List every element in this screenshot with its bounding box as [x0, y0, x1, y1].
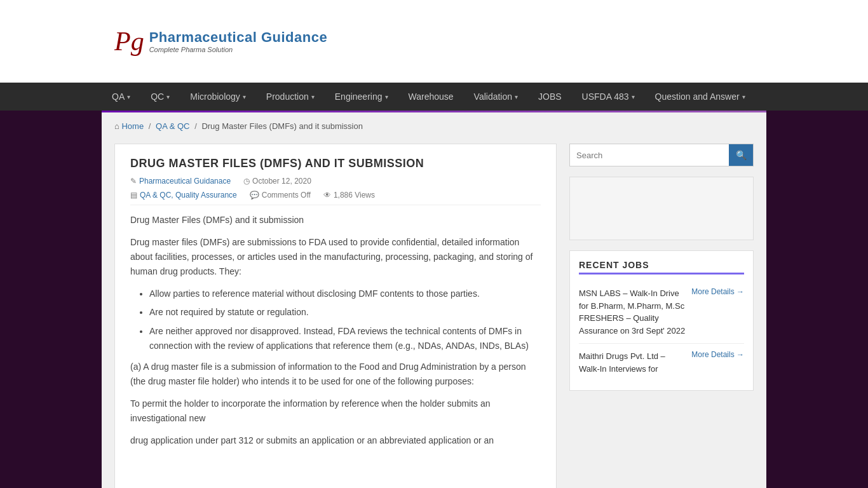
search-button[interactable]: 🔍: [729, 144, 753, 166]
article-date: October 12, 2020: [252, 177, 311, 186]
article: Drug Master Files (DMFs) and it submissi…: [114, 144, 557, 488]
logo-text: Pharmaceutical Guidance Complete Pharma …: [149, 29, 328, 53]
chevron-down-icon: ▾: [127, 93, 130, 100]
breadcrumb-home[interactable]: Home: [121, 121, 144, 131]
article-body: Drug Master Files (DMFs) and it submissi…: [130, 213, 541, 448]
logo: Pg Pharmaceutical Guidance Complete Phar…: [114, 28, 327, 55]
logo-subtitle: Complete Pharma Solution: [149, 46, 328, 53]
chevron-down-icon: ▾: [742, 93, 745, 100]
article-body-p3: To permit the holder to incorporate the …: [130, 396, 541, 426]
nav-item-warehouse[interactable]: Warehouse: [398, 83, 464, 111]
date-meta: ◷ October 12, 2020: [243, 177, 311, 186]
main-container: Drug Master Files (DMFs) and it submissi…: [102, 131, 766, 488]
job-more-link[interactable]: More Details →: [691, 287, 744, 296]
article-body-p2: (a) A drug master file is a submission o…: [130, 360, 541, 389]
views-count: 1,886 Views: [334, 191, 375, 200]
nav-item-qc[interactable]: QC ▾: [140, 83, 180, 111]
views-meta: 👁 1,886 Views: [323, 191, 375, 200]
comment-icon: 💬: [250, 191, 259, 200]
article-meta-2: ▤ QA & QC, Quality Assurance 💬 Comments …: [130, 191, 541, 200]
categories-link[interactable]: QA & QC, Quality Assurance: [140, 191, 237, 200]
search-input[interactable]: [570, 144, 729, 166]
nav-item-qa-answer[interactable]: Question and Answer ▾: [645, 83, 756, 111]
job-more-link[interactable]: More Details →: [691, 350, 744, 359]
article-title: Drug Master Files (DMFs) and it submissi…: [130, 157, 541, 170]
list-item: Allow parties to reference material with…: [149, 287, 541, 301]
list-item: Are not required by statute or regulatio…: [149, 305, 541, 320]
chevron-down-icon: ▾: [166, 93, 170, 100]
search-icon: 🔍: [736, 150, 747, 160]
job-item: Maithri Drugs Pvt. Ltd – Walk-In Intervi…: [579, 344, 744, 381]
logo-title: Pharmaceutical Guidance: [149, 29, 328, 46]
author-meta: ✎ Pharmaceutical Guidanace: [130, 177, 231, 186]
breadcrumb: Home / QA & QC / Drug Master Files (DMFs…: [102, 112, 766, 131]
chevron-down-icon: ▾: [311, 93, 315, 100]
chevron-down-icon: ▾: [515, 93, 518, 100]
sidebar: 🔍 Recent Jobs MSN LABS – Walk-In Drive f…: [569, 144, 754, 488]
chevron-down-icon: ▾: [632, 93, 635, 100]
article-intro: Drug Master Files (DMFs) and it submissi…: [130, 213, 541, 227]
user-icon: ✎: [130, 177, 137, 186]
folder-icon: ▤: [130, 191, 137, 200]
sidebar-advertisement: [569, 177, 754, 240]
recent-jobs-title: Recent Jobs: [579, 260, 744, 274]
home-icon: [114, 121, 119, 131]
list-item: Are neither approved nor disapproved. In…: [149, 324, 541, 353]
nav-item-microbiology[interactable]: Microbiology ▾: [180, 83, 256, 111]
job-title: MSN LABS – Walk-In Drive for B.Pharm, M.…: [579, 287, 685, 337]
article-meta: ✎ Pharmaceutical Guidanace ◷ October 12,…: [130, 177, 541, 186]
logo-icon: Pg: [114, 28, 144, 55]
recent-jobs-section: Recent Jobs MSN LABS – Walk-In Drive for…: [569, 250, 754, 391]
nav-item-jobs[interactable]: JOBS: [528, 83, 572, 111]
comments-meta: 💬 Comments Off: [250, 191, 311, 200]
breadcrumb-current: Drug Master Files (DMFs) and it submissi…: [201, 121, 363, 131]
header: Pg Pharmaceutical Guidance Complete Phar…: [0, 0, 868, 83]
nav-item-qa[interactable]: QA ▾: [102, 83, 140, 111]
article-body-p1: Drug master files (DMFs) are submissions…: [130, 235, 541, 279]
clock-icon: ◷: [243, 177, 250, 186]
chevron-down-icon: ▾: [385, 93, 388, 100]
article-body-p4: drug application under part 312 or submi…: [130, 433, 541, 448]
nav-item-validation[interactable]: Validation ▾: [464, 83, 528, 111]
author-link[interactable]: Pharmaceutical Guidanace: [139, 177, 231, 186]
nav-item-engineering[interactable]: Engineering ▾: [325, 83, 398, 111]
nav-item-production[interactable]: Production ▾: [256, 83, 325, 111]
comments-text: Comments Off: [262, 191, 311, 200]
breadcrumb-qa-qc[interactable]: QA & QC: [156, 121, 189, 131]
eye-icon: 👁: [323, 191, 331, 200]
job-title: Maithri Drugs Pvt. Ltd – Walk-In Intervi…: [579, 350, 685, 375]
category-meta: ▤ QA & QC, Quality Assurance: [130, 191, 237, 200]
navbar: QA ▾ QC ▾ Microbiology ▾ Production ▾ En…: [0, 83, 868, 111]
job-item: MSN LABS – Walk-In Drive for B.Pharm, M.…: [579, 281, 744, 344]
nav-item-usfda[interactable]: USFDA 483 ▾: [572, 83, 645, 111]
meta-divider: [130, 205, 541, 205]
search-box: 🔍: [569, 144, 754, 166]
article-bullets: Allow parties to reference material with…: [149, 287, 541, 353]
chevron-down-icon: ▾: [243, 93, 246, 100]
